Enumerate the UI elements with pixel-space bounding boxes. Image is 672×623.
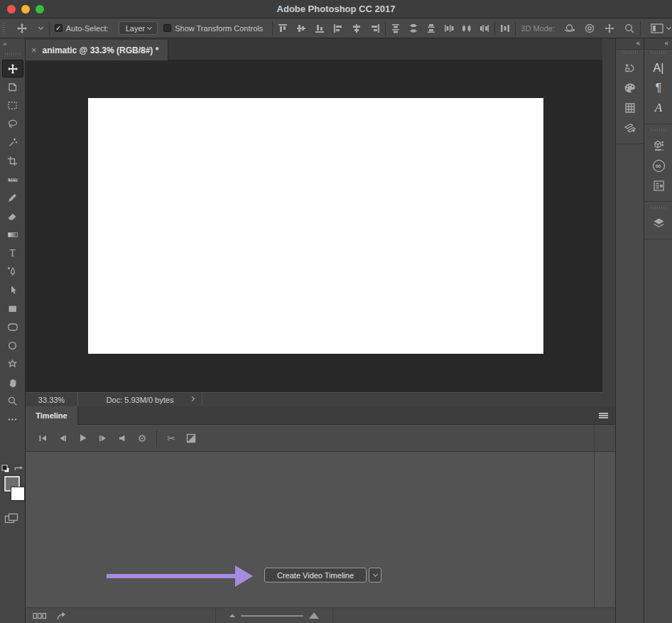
distribute-vertical-centers-icon[interactable]	[408, 23, 418, 33]
distribute-bottom-edges-icon[interactable]	[426, 23, 436, 33]
frame-thumbnails-icon[interactable]	[33, 612, 47, 619]
styles-panel-icon[interactable]	[616, 118, 644, 138]
tool-magic-wand[interactable]	[2, 134, 23, 151]
workspace-chevron-icon[interactable]	[666, 25, 671, 30]
tool-zoom[interactable]	[2, 392, 23, 410]
align-left-edges-icon[interactable]	[333, 23, 343, 33]
panel-grip[interactable]	[651, 129, 666, 131]
tool-gradient[interactable]	[2, 226, 23, 244]
zoom-level-field[interactable]: 33.33%	[26, 393, 78, 406]
distribute-right-edges-icon[interactable]	[479, 23, 489, 33]
collapse-panels-icon[interactable]: «	[616, 38, 644, 50]
zoom-in-slider-icon[interactable]	[309, 612, 319, 619]
tool-hand[interactable]	[2, 374, 23, 391]
layers-panel-icon[interactable]	[644, 213, 672, 233]
roll-3d-icon[interactable]	[584, 23, 595, 34]
tool-pencil[interactable]	[2, 189, 23, 207]
color-panel-icon[interactable]	[616, 78, 644, 98]
tool-lasso[interactable]	[2, 115, 23, 133]
tool-path-select[interactable]	[2, 281, 23, 299]
align-vertical-centers-icon[interactable]	[296, 23, 306, 33]
tool-type[interactable]: T	[2, 244, 23, 262]
timeline-settings-button[interactable]: ⚙	[132, 430, 152, 447]
create-video-timeline-button[interactable]: Create Video Timeline	[264, 568, 367, 583]
tool-crop[interactable]	[2, 152, 23, 170]
align-bottom-edges-icon[interactable]	[315, 23, 325, 33]
workspace-panel-icon[interactable]	[650, 23, 664, 34]
timeline-zoom-slider[interactable]	[241, 615, 303, 617]
panel-grip[interactable]	[622, 51, 638, 54]
tool-eraser[interactable]	[2, 207, 23, 225]
canvas-area[interactable]	[26, 60, 602, 392]
orbit-3d-icon[interactable]	[563, 23, 575, 33]
history-panel-icon[interactable]	[616, 58, 644, 78]
tool-move[interactable]	[2, 60, 23, 77]
default-colors-icon[interactable]	[1, 465, 11, 474]
status-chevron-icon[interactable]	[190, 396, 195, 401]
zoom-out-slider-icon[interactable]	[229, 614, 235, 617]
tool-more-tools[interactable]	[2, 411, 23, 428]
checkbox-unchecked-icon[interactable]	[163, 24, 171, 32]
glyphs-panel-icon[interactable]: A	[644, 98, 672, 118]
tools-grip[interactable]	[5, 53, 21, 55]
paragraph-panel-icon[interactable]: ¶	[644, 78, 672, 98]
go-to-previous-frame-button[interactable]	[53, 430, 72, 447]
drag-3d-icon[interactable]	[604, 23, 615, 34]
auto-select-checkbox[interactable]: ✓ Auto-Select:	[55, 24, 109, 33]
align-top-edges-icon[interactable]	[278, 23, 288, 33]
panel-menu-icon[interactable]	[599, 413, 608, 414]
tool-rounded-rectangle[interactable]	[2, 318, 23, 336]
timeline-tab[interactable]: Timeline	[26, 406, 78, 425]
move-tool-icon[interactable]	[13, 21, 31, 36]
go-to-next-frame-button[interactable]	[92, 430, 112, 447]
panel-grip[interactable]	[651, 206, 666, 209]
swap-colors-icon[interactable]	[13, 465, 23, 474]
screen-mode-icon[interactable]	[4, 513, 20, 524]
tools-expand-icon[interactable]: »	[0, 38, 25, 51]
distribute-horizontal-centers-icon[interactable]	[462, 23, 472, 33]
transition-button[interactable]	[181, 430, 201, 447]
create-timeline-dropdown-button[interactable]	[369, 568, 381, 583]
arrow-head-icon	[235, 565, 253, 587]
panel-grip[interactable]	[651, 51, 666, 54]
align-horizontal-centers-icon[interactable]	[352, 23, 362, 33]
background-color-swatch[interactable]	[11, 487, 25, 501]
mute-audio-button[interactable]	[112, 430, 132, 447]
tool-custom-shape[interactable]	[2, 355, 23, 373]
flip-shortcut-icon[interactable]	[55, 611, 67, 621]
tool-pen[interactable]	[2, 263, 23, 281]
tool-ruler[interactable]	[2, 170, 23, 188]
distribute-left-edges-icon[interactable]	[444, 23, 454, 33]
panel-strip-left: «	[615, 38, 644, 623]
tool-rectangular-marquee[interactable]	[2, 97, 23, 114]
distribute-spacing-icon[interactable]	[500, 23, 510, 33]
zoom-3d-icon[interactable]	[624, 23, 635, 34]
collapse-panels-icon[interactable]: «	[644, 38, 672, 50]
close-tab-icon[interactable]: ×	[31, 45, 37, 55]
properties-3d-panel-icon[interactable]	[644, 136, 672, 156]
tool-preset-chevron-icon[interactable]	[38, 25, 43, 30]
tool-rectangle[interactable]	[2, 300, 23, 318]
document-tab[interactable]: × animatic @ 33.3% (RGB/8#) *	[26, 40, 168, 60]
options-grip[interactable]	[2, 23, 5, 34]
show-transform-checkbox[interactable]: Show Transform Controls	[163, 24, 263, 33]
go-to-first-frame-button[interactable]	[33, 430, 53, 447]
tool-ellipse[interactable]	[2, 337, 23, 354]
cc-libraries-panel-icon[interactable]: ∞	[644, 156, 672, 175]
character-panel-icon[interactable]: A|	[644, 58, 672, 78]
align-right-edges-icon[interactable]	[370, 23, 380, 33]
split-at-playhead-button[interactable]: ✂	[161, 430, 181, 447]
swatches-panel-icon[interactable]	[616, 98, 644, 118]
tool-artboard[interactable]	[2, 78, 23, 96]
doc-size-status[interactable]: Doc: 5.93M/0 bytes	[78, 393, 202, 406]
play-button[interactable]	[72, 430, 92, 447]
auto-select-target-dropdown[interactable]: Layer	[119, 21, 158, 35]
timeline-content[interactable]: Create Video Timeline	[26, 452, 615, 607]
timeline-bottom-bar	[26, 607, 615, 623]
notes-panel-icon[interactable]	[644, 175, 672, 195]
checkbox-checked-icon[interactable]: ✓	[55, 24, 63, 32]
tools-panel: » T	[0, 38, 26, 623]
document-surface[interactable]	[88, 98, 543, 354]
distribute-top-edges-icon[interactable]	[391, 23, 401, 33]
separator	[515, 21, 516, 36]
